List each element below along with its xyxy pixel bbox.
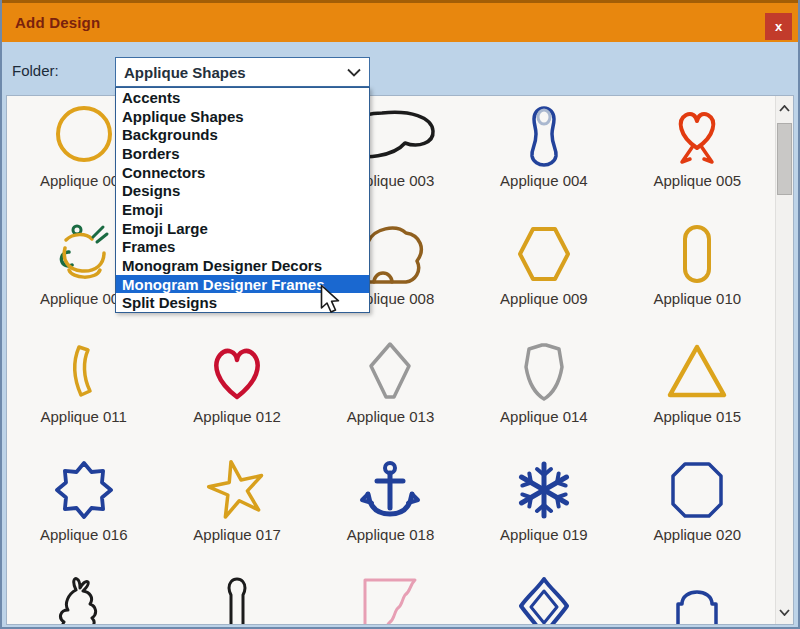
design-tile[interactable]: Applique 019 [467, 452, 620, 570]
design-label: Applique 010 [654, 290, 742, 307]
design-tile[interactable]: Applique 018 [314, 452, 467, 570]
design-tile[interactable]: Applique 013 [314, 334, 467, 452]
dropdown-item-backgrounds[interactable]: Backgrounds [116, 125, 369, 144]
design-label: Applique 016 [40, 526, 128, 543]
design-tile[interactable]: Applique 009 [467, 216, 620, 334]
rabbit-icon [52, 573, 116, 625]
combobox-value: Applique Shapes [124, 64, 347, 81]
pill-icon [205, 573, 269, 625]
folder-combobox[interactable]: Applique Shapes [115, 57, 370, 87]
dome-icon [665, 573, 729, 625]
design-tile[interactable]: Applique 020 [621, 452, 774, 570]
dropdown-item-accents[interactable]: Accents [116, 88, 369, 107]
design-tile[interactable]: Applique 016 [7, 452, 160, 570]
design-label: Applique 009 [500, 290, 588, 307]
design-label: Applique 019 [500, 526, 588, 543]
close-button[interactable]: x [765, 13, 792, 40]
circle-outline-icon [52, 101, 116, 171]
design-label: Applique 017 [193, 526, 281, 543]
capsule-icon [665, 219, 729, 289]
add-design-dialog: Add Design x Folder: Applique Shapes App… [0, 0, 800, 629]
shield-icon [512, 337, 576, 407]
anchor-icon [358, 455, 422, 525]
design-tile[interactable] [160, 570, 313, 625]
wreath-bow-icon [665, 101, 729, 171]
dropdown-item-applique-shapes[interactable]: Applique Shapes [116, 107, 369, 126]
close-icon: x [775, 19, 782, 34]
scroll-down-button[interactable] [776, 600, 793, 624]
kite-icon [358, 337, 422, 407]
design-label: Applique 005 [654, 172, 742, 189]
banner-icon [52, 337, 116, 407]
scrollbar-thumb[interactable] [777, 123, 792, 195]
sole-outline-icon [512, 101, 576, 171]
design-label: Applique 012 [193, 408, 281, 425]
design-tile[interactable] [7, 570, 160, 625]
dropdown-item-emoji[interactable]: Emoji [116, 200, 369, 219]
dropdown-item-emoji-large[interactable]: Emoji Large [116, 219, 369, 238]
octagon-icon [665, 455, 729, 525]
heart-icon [205, 337, 269, 407]
triangle-icon [665, 337, 729, 407]
diamond-ornament-icon [512, 573, 576, 625]
design-tile[interactable]: Applique 004 [467, 98, 620, 216]
design-label: Applique 018 [347, 526, 435, 543]
design-label: Applique 014 [500, 408, 588, 425]
dropdown-item-frames[interactable]: Frames [116, 237, 369, 256]
folder-dropdown-list: Accents Applique Shapes Backgrounds Bord… [115, 87, 370, 313]
design-tile[interactable] [314, 570, 467, 625]
scalloped-corner-icon [358, 573, 422, 625]
eight-point-star-icon [52, 455, 116, 525]
design-tile[interactable] [621, 570, 774, 625]
scroll-up-button[interactable] [776, 96, 793, 120]
title-bar: Add Design x [2, 0, 798, 42]
chevron-up-icon [779, 105, 790, 112]
dropdown-item-monogram-designer-frames[interactable]: Monogram Designer Frames [116, 275, 369, 294]
design-tile[interactable]: Applique 017 [160, 452, 313, 570]
dropdown-item-borders[interactable]: Borders [116, 144, 369, 163]
design-label: Applique 004 [500, 172, 588, 189]
dropdown-item-split-designs[interactable]: Split Designs [116, 293, 369, 312]
design-label: Applique 020 [654, 526, 742, 543]
design-label: Applique 013 [347, 408, 435, 425]
chevron-down-icon [347, 68, 361, 77]
design-tile[interactable]: Applique 010 [621, 216, 774, 334]
design-tile[interactable]: Applique 012 [160, 334, 313, 452]
design-tile[interactable]: Applique 014 [467, 334, 620, 452]
dialog-title: Add Design [15, 14, 100, 31]
chevron-down-icon [779, 609, 790, 616]
dropdown-item-connectors[interactable]: Connectors [116, 163, 369, 182]
hexagon-icon [512, 219, 576, 289]
design-tile[interactable]: Applique 011 [7, 334, 160, 452]
folder-label: Folder: [12, 62, 59, 79]
vertical-scrollbar[interactable] [775, 96, 793, 624]
snowflake-icon [512, 455, 576, 525]
design-tile[interactable]: Applique 015 [621, 334, 774, 452]
design-label: Applique 011 [40, 408, 126, 425]
design-tile[interactable] [467, 570, 620, 625]
dropdown-item-monogram-designer-decors[interactable]: Monogram Designer Decors [116, 256, 369, 275]
design-label: Applique 015 [654, 408, 742, 425]
dropdown-item-designs[interactable]: Designs [116, 181, 369, 200]
teapot-icon [52, 219, 116, 289]
star-icon [205, 455, 269, 525]
design-tile[interactable]: Applique 005 [621, 98, 774, 216]
